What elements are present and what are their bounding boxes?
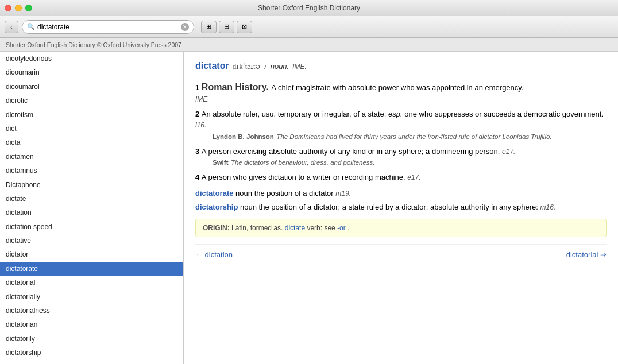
origin-label: ORIGIN: — [203, 224, 231, 232]
sidebar-item[interactable]: dictate — [0, 192, 183, 206]
definition-4: 4 A person who gives dictation to a writ… — [195, 172, 607, 183]
search-icon: 🔍 — [27, 23, 35, 30]
nav-next[interactable]: dictatorial ⇒ — [566, 250, 607, 259]
def-text-4: A person who gives dictation to a writer… — [202, 173, 421, 181]
definition-1: 1 Roman History. A chief magistrate with… — [195, 82, 607, 104]
origin-text: Latin, formed as. — [231, 224, 285, 232]
window-title: Shorter Oxford English Dictionary — [258, 4, 360, 12]
sidebar-item[interactable]: dicrotism — [0, 108, 183, 122]
sidebar-item[interactable]: dicta — [0, 135, 183, 149]
toolbar-btn-1[interactable]: ⊞ — [201, 21, 217, 33]
citation-author-2: Lyndon B. Johnson — [213, 133, 274, 140]
origin-verb: verb: see — [307, 224, 337, 232]
nav-footer: ← dictation dictatorial ⇒ — [195, 244, 607, 261]
search-input[interactable] — [37, 23, 179, 31]
origin-box: ORIGIN: Latin, formed as. dictate verb: … — [195, 219, 607, 237]
sidebar-item[interactable]: dictatorially — [0, 290, 183, 304]
entry-pronunciation: dɪkˈteɪtə — [233, 62, 260, 71]
sidebar-item[interactable]: dictator — [0, 247, 183, 261]
sub-def-2: the position of a dictator; a state rule… — [259, 203, 540, 211]
sub-headword-2: dictatorship — [195, 203, 240, 211]
def-num-2: 2 — [195, 110, 202, 118]
def-label-1: IME. — [195, 95, 210, 103]
back-button[interactable]: ‹ — [5, 21, 18, 33]
traffic-lights — [5, 5, 32, 11]
definition-3: 3 A person exercising absolute authority… — [195, 146, 607, 168]
sidebar-item[interactable]: dictamen — [0, 150, 183, 164]
sidebar-item[interactable]: dicotyledonous — [0, 52, 183, 65]
entry-headword: dictator — [195, 61, 229, 71]
sub-entry-dictatorate: dictatorate noun the position of a dicta… — [195, 188, 607, 198]
sidebar-item[interactable]: dictatorian — [0, 317, 183, 331]
entry-header: dictator dɪkˈteɪtə ♪ noun. IME. — [195, 61, 607, 76]
sub-pos-2: noun — [240, 203, 259, 211]
origin-link-dictate[interactable]: dictate — [285, 224, 305, 232]
search-bar: 🔍 ✕ — [22, 20, 194, 34]
sidebar-item[interactable]: dictatorship — [0, 346, 183, 359]
audio-icon[interactable]: ♪ — [264, 63, 267, 71]
sub-pos-1: noun — [235, 189, 254, 198]
sidebar-item[interactable]: dictative — [0, 234, 183, 247]
toolbar-buttons: ⊞ ⊟ ⊠ — [201, 21, 252, 33]
dictionary-panel: dictator dɪkˈteɪtə ♪ noun. IME. 1 Roman … — [184, 52, 618, 364]
nav-prev[interactable]: ← dictation — [195, 250, 233, 259]
minimize-button[interactable] — [15, 5, 22, 11]
def-num-1: 1 — [195, 83, 202, 92]
subtitle-text: Shorter Oxford English Dictionary © Oxfo… — [6, 41, 181, 48]
toolbar-btn-2[interactable]: ⊟ — [219, 21, 234, 33]
sidebar-item[interactable]: dictamnus — [0, 164, 183, 177]
def-domain-1: Roman History. — [202, 82, 269, 92]
titlebar: Shorter Oxford English Dictionary — [0, 0, 618, 16]
toolbar: ‹ 🔍 ✕ ⊞ ⊟ ⊠ — [0, 16, 618, 38]
maximize-button[interactable] — [25, 5, 32, 11]
sidebar-item[interactable]: dictatorialness — [0, 304, 183, 317]
sub-entry-dictatorship: dictatorship noun the position of a dict… — [195, 202, 607, 212]
definition-2: 2 An absolute ruler, usu. temporary or i… — [195, 109, 607, 141]
close-button[interactable] — [5, 5, 11, 11]
sub-headword-1: dictatorate — [195, 189, 235, 198]
sidebar-item[interactable]: dicrotic — [0, 94, 183, 107]
citation-author-3: Swift — [213, 159, 228, 166]
def-num-4: 4 — [195, 173, 202, 181]
sidebar: dicotyledonousdicoumarindicoumaroldicrot… — [0, 52, 184, 364]
sidebar-item[interactable]: dictatorial — [0, 276, 183, 289]
sub-def-1: the position of a dictator — [254, 189, 336, 198]
sidebar-item[interactable]: dictatorate — [0, 262, 183, 276]
citation-text-3: The dictators of behaviour, dress, and p… — [231, 159, 375, 166]
sidebar-item[interactable]: dictatorily — [0, 332, 183, 346]
def-num-3: 3 — [195, 147, 202, 156]
search-clear-button[interactable]: ✕ — [181, 23, 189, 31]
def-text-3: A person exercising absolute authority o… — [202, 147, 516, 156]
sidebar-item[interactable]: Dictaphone — [0, 178, 183, 192]
toolbar-btn-3[interactable]: ⊠ — [237, 21, 252, 33]
sidebar-item[interactable]: dicoumarol — [0, 80, 183, 94]
def-text-2: An absolute ruler, usu. temporary or irr… — [195, 110, 604, 130]
origin-period: . — [347, 224, 349, 232]
main-content: dicotyledonousdicoumarindicoumaroldicrot… — [0, 52, 618, 364]
sidebar-item[interactable]: dictatorship of the proletariat — [0, 360, 183, 364]
sidebar-item[interactable]: dictation — [0, 206, 183, 219]
sub-label-1: m19. — [335, 189, 351, 198]
origin-link-or[interactable]: -or — [337, 224, 346, 232]
entry-label: IME. — [292, 63, 307, 71]
sub-label-2: m16. — [540, 203, 556, 211]
sidebar-item[interactable]: dicoumarin — [0, 65, 183, 79]
citation-text-2: The Dominicans had lived for thirty year… — [276, 133, 551, 140]
sidebar-item[interactable]: dict — [0, 122, 183, 135]
sidebar-item[interactable]: dictation speed — [0, 220, 183, 234]
subtitle-bar: Shorter Oxford English Dictionary © Oxfo… — [0, 38, 618, 52]
entry-pos: noun. — [271, 62, 289, 71]
def-text-1: A chief magistrate with absolute power w… — [271, 83, 523, 92]
